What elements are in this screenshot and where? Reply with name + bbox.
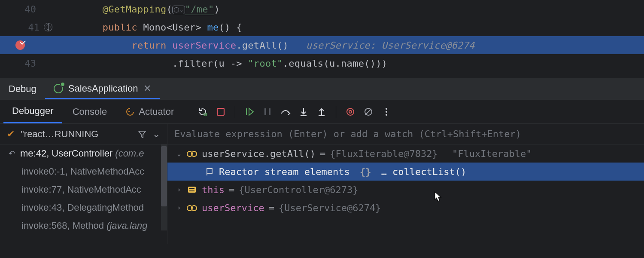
code-editor[interactable]: 40 @GetMapping(⌄"/me") 41 public Mono<Us…	[0, 0, 644, 78]
variable-row[interactable]: › userService = {UserService@6274}	[167, 199, 644, 217]
view-breakpoints-button[interactable]	[342, 104, 358, 120]
svg-rect-3	[246, 108, 247, 115]
variable-row[interactable]: › this = {UserController@6273}	[167, 181, 644, 199]
stop-button[interactable]	[213, 104, 229, 120]
evaluate-expression-input[interactable]: Evaluate expression (Enter) or add a wat…	[167, 124, 644, 144]
stack-frame[interactable]: invoke:77, NativeMethodAcc	[0, 181, 167, 199]
debug-panes: ✔ "react…RUNNING ⌄ ↶ me:42, UserControll…	[0, 124, 644, 244]
pause-button[interactable]	[259, 104, 276, 120]
watch-row[interactable]: ⌄ userService.getAll() = {FluxIterable@7…	[167, 144, 644, 163]
svg-point-11	[386, 111, 387, 113]
gutter: 40	[0, 4, 56, 15]
svg-point-12	[386, 114, 387, 116]
separator	[336, 106, 336, 118]
toolwindow-header: Debug SalesApplication ✕	[0, 78, 644, 100]
drop-frame-icon[interactable]: ↶	[9, 149, 15, 158]
line-number: 40	[22, 4, 36, 15]
tab-console[interactable]: Console	[64, 100, 116, 123]
scrollbar[interactable]	[161, 144, 167, 230]
line-number: 43	[22, 58, 36, 69]
inline-hint: userService: UserService@6274	[306, 40, 475, 51]
endpoint-literal[interactable]: "/me"	[185, 4, 214, 15]
object-icon	[188, 187, 196, 193]
code-line-43[interactable]: 43 .filter(u -> "root".equals(u.name()))	[0, 54, 644, 72]
code-line-41[interactable]: 41 public Mono<User> me() {	[0, 18, 644, 36]
chevron-down-icon[interactable]: ⌄	[152, 129, 160, 140]
svg-rect-4	[264, 108, 266, 115]
mute-breakpoints-button[interactable]	[360, 104, 377, 120]
gutter: 41	[0, 22, 56, 33]
rerun-button[interactable]	[194, 104, 211, 120]
thread-selector[interactable]: ✔ "react…RUNNING ⌄	[0, 124, 167, 144]
svg-rect-2	[217, 108, 224, 115]
chevron-right-icon[interactable]: ›	[176, 186, 182, 193]
filter-icon[interactable]	[138, 130, 146, 138]
tab-actuator[interactable]: Actuator	[117, 100, 182, 123]
separator	[235, 106, 235, 118]
annotation: @GetMapping	[103, 4, 167, 15]
tab-debugger[interactable]: Debugger	[3, 100, 62, 123]
variables-pane[interactable]: Evaluate expression (Enter) or add a wat…	[167, 124, 644, 244]
stack-frame[interactable]: invoke:43, DelegatingMethod	[0, 199, 167, 217]
svg-point-6	[347, 108, 354, 115]
svg-rect-5	[269, 108, 270, 115]
svg-point-1	[205, 114, 206, 115]
stack-frame[interactable]: invoke0:-1, NativeMethodAcc	[0, 163, 167, 181]
http-method-icon[interactable]: ⌄	[172, 6, 185, 14]
toolwindow-title[interactable]: Debug	[0, 79, 45, 99]
stack-frame-current[interactable]: ↶ me:42, UserController (com.e	[0, 144, 167, 163]
variable-row-selected[interactable]: › Reactor stream elements {} … collectLi…	[167, 163, 644, 181]
breakpoint-icon[interactable]	[15, 40, 25, 50]
braces-icon: {}	[354, 166, 377, 177]
gutter: 43	[0, 58, 56, 69]
chevron-right-icon[interactable]: ›	[176, 204, 182, 211]
running-process-icon	[54, 84, 63, 93]
chevron-down-icon[interactable]: ⌄	[176, 150, 182, 157]
watch-icon	[187, 151, 197, 156]
actuator-icon	[126, 108, 134, 116]
svg-point-7	[349, 111, 352, 113]
check-icon: ✔	[7, 129, 15, 140]
flag-icon	[206, 168, 213, 175]
svg-line-9	[365, 109, 371, 115]
stack-frame[interactable]: invoke:568, Method (java.lang	[0, 217, 167, 235]
step-into-button[interactable]	[295, 104, 312, 120]
step-over-button[interactable]	[277, 104, 294, 120]
frames-pane[interactable]: ✔ "react…RUNNING ⌄ ↶ me:42, UserControll…	[0, 124, 167, 244]
line-number: 41	[26, 22, 39, 33]
svg-point-10	[386, 108, 387, 110]
close-tab-icon[interactable]: ✕	[143, 83, 151, 94]
code-line-40[interactable]: 40 @GetMapping(⌄"/me")	[0, 0, 644, 18]
run-config-tab[interactable]: SalesApplication ✕	[45, 79, 160, 99]
debugger-toolbar: Debugger Console Actuator	[0, 100, 644, 124]
step-out-button[interactable]	[313, 104, 330, 120]
endpoint-gutter-icon[interactable]	[44, 23, 52, 31]
more-actions-button[interactable]	[378, 104, 395, 120]
resume-button[interactable]	[241, 104, 258, 120]
watch-icon	[187, 205, 197, 210]
code-line-current[interactable]: return userService.getAll() userService:…	[0, 36, 644, 54]
